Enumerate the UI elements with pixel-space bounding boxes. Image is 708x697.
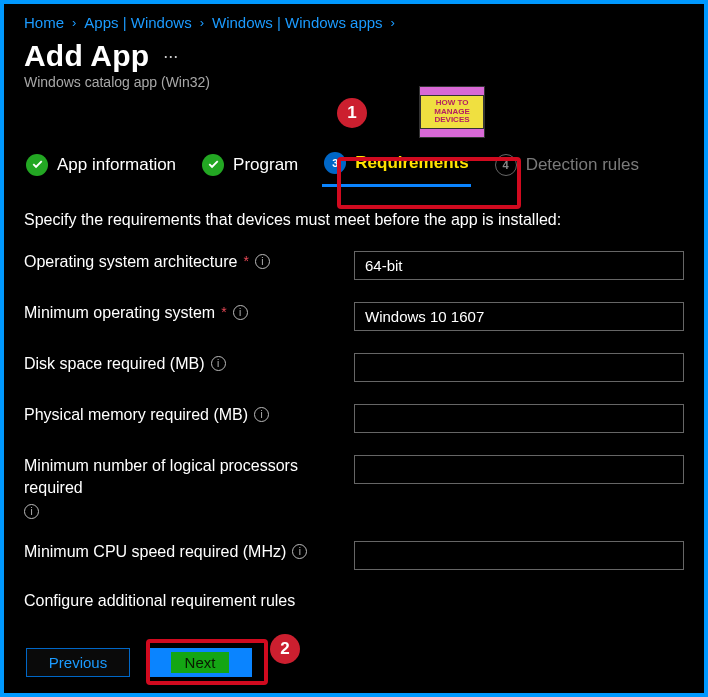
label-os-arch: Operating system architecture — [24, 251, 237, 273]
info-icon[interactable]: i — [211, 356, 226, 371]
breadcrumb-apps[interactable]: Apps | Windows — [84, 14, 191, 31]
annotation-badge-2: 2 — [270, 634, 300, 664]
more-actions-icon[interactable]: ··· — [163, 46, 178, 67]
info-icon[interactable]: i — [292, 544, 307, 559]
row-os-arch: Operating system architecture * i 64-bit — [24, 251, 684, 280]
label-min-os: Minimum operating system — [24, 302, 215, 324]
chevron-right-icon: › — [200, 15, 204, 30]
info-icon[interactable]: i — [255, 254, 270, 269]
wizard-buttons: Previous Next — [26, 648, 252, 677]
step-number-icon: 4 — [495, 154, 517, 176]
step-requirements[interactable]: 3 Requirements — [322, 146, 470, 187]
step-program[interactable]: Program — [200, 148, 300, 186]
chevron-right-icon: › — [391, 15, 395, 30]
instruction-text: Specify the requirements that devices mu… — [24, 211, 684, 229]
min-os-dropdown[interactable]: Windows 10 1607 — [354, 302, 684, 331]
info-icon[interactable]: i — [254, 407, 269, 422]
memory-input[interactable] — [354, 404, 684, 433]
disk-input[interactable] — [354, 353, 684, 382]
step-detection-rules[interactable]: 4 Detection rules — [493, 148, 641, 186]
row-cores: Minimum number of logical processors req… — [24, 455, 684, 519]
annotation-badge-1: 1 — [337, 98, 367, 128]
wizard-steps: App information Program 3 Requirements 4… — [24, 146, 684, 187]
step-label: Requirements — [355, 153, 468, 173]
info-icon[interactable]: i — [233, 305, 248, 320]
next-button[interactable]: Next — [148, 648, 252, 677]
row-min-os: Minimum operating system * i Windows 10 … — [24, 302, 684, 331]
info-icon[interactable]: i — [24, 504, 39, 519]
label-cores: Minimum number of logical processors req… — [24, 455, 344, 498]
page-title: Add App — [24, 39, 149, 73]
breadcrumb-windows-apps[interactable]: Windows | Windows apps — [212, 14, 383, 31]
next-button-label: Next — [171, 652, 230, 673]
overlay-logo: HOW TO MANAGE DEVICES — [419, 86, 485, 138]
checkmark-icon — [26, 154, 48, 176]
breadcrumb: Home › Apps | Windows › Windows | Window… — [24, 14, 684, 31]
os-arch-dropdown[interactable]: 64-bit — [354, 251, 684, 280]
label-cpu: Minimum CPU speed required (MHz) — [24, 541, 286, 563]
page-subtitle: Windows catalog app (Win32) — [24, 74, 684, 90]
step-label: App information — [57, 155, 176, 175]
step-label: Program — [233, 155, 298, 175]
required-icon: * — [243, 252, 248, 271]
previous-button[interactable]: Previous — [26, 648, 130, 677]
overlay-logo-text: HOW TO MANAGE DEVICES — [420, 95, 484, 129]
label-disk: Disk space required (MB) — [24, 353, 205, 375]
cores-input[interactable] — [354, 455, 684, 484]
checkmark-icon — [202, 154, 224, 176]
label-memory: Physical memory required (MB) — [24, 404, 248, 426]
chevron-right-icon: › — [72, 15, 76, 30]
step-number-icon: 3 — [324, 152, 346, 174]
breadcrumb-home[interactable]: Home — [24, 14, 64, 31]
row-disk: Disk space required (MB) i — [24, 353, 684, 382]
step-label: Detection rules — [526, 155, 639, 175]
cpu-input[interactable] — [354, 541, 684, 570]
row-memory: Physical memory required (MB) i — [24, 404, 684, 433]
step-app-information[interactable]: App information — [24, 148, 178, 186]
additional-rules-label: Configure additional requirement rules — [24, 592, 684, 610]
row-cpu: Minimum CPU speed required (MHz) i — [24, 541, 684, 570]
required-icon: * — [221, 303, 226, 322]
requirements-form: Operating system architecture * i 64-bit… — [24, 251, 684, 610]
